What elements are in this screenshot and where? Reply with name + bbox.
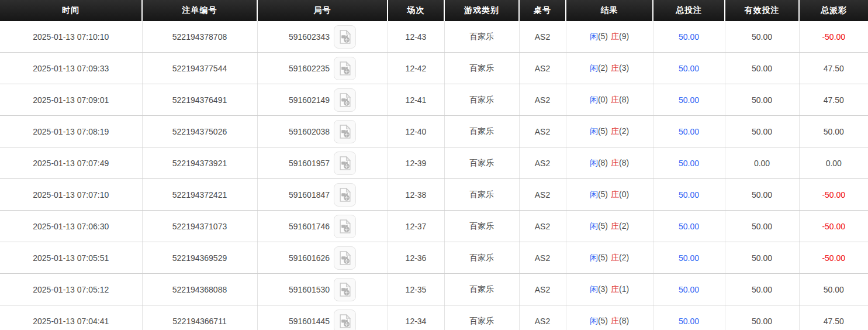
col-header-result: 结果 — [566, 0, 653, 21]
result-banker-label: 庄 — [611, 221, 619, 231]
col-header-round-id: 局号 — [257, 0, 388, 21]
result-banker-score: (2) — [619, 126, 629, 136]
round-id-wrap: 591601445 — [289, 310, 356, 330]
result-player-label: 闲 — [590, 190, 598, 199]
video-replay-button[interactable] — [334, 88, 356, 112]
total-bet-link[interactable]: 50.00 — [679, 95, 699, 105]
video-replay-icon — [339, 188, 351, 202]
cell-result: 闲(5)庄(0) — [566, 179, 653, 211]
result-player-label: 闲 — [590, 126, 598, 136]
result-banker-label: 庄 — [611, 126, 619, 136]
cell-bet-id: 522194369529 — [142, 242, 257, 274]
video-replay-button[interactable] — [334, 57, 356, 80]
round-id-value: 591602038 — [289, 127, 330, 136]
total-bet-link[interactable]: 50.00 — [679, 253, 699, 263]
video-replay-button[interactable] — [334, 183, 356, 207]
result-banker-label: 庄 — [611, 190, 619, 199]
video-replay-icon — [339, 251, 351, 265]
col-header-payout: 总派彩 — [799, 0, 868, 21]
cell-total-bet: 50.00 — [653, 211, 725, 242]
total-bet-link[interactable]: 50.00 — [679, 64, 699, 73]
cell-round-id: 591601626 — [257, 242, 388, 274]
cell-result: 闲(5)庄(2) — [566, 242, 653, 274]
table-row: 2025-01-13 07:09:33 522194377544 5916022… — [0, 53, 868, 84]
result-player-label: 闲 — [590, 253, 598, 262]
video-replay-button[interactable] — [334, 215, 356, 238]
video-replay-button[interactable] — [334, 310, 356, 330]
cell-session: 12-35 — [388, 274, 444, 305]
result-player-label: 闲 — [590, 316, 598, 325]
cell-bet-id: 522194378708 — [142, 21, 257, 53]
cell-game-type: 百家乐 — [444, 179, 519, 211]
total-bet-link[interactable]: 50.00 — [679, 190, 699, 200]
video-replay-button[interactable] — [334, 246, 356, 270]
cell-table-no: AS2 — [519, 84, 566, 116]
cell-table-no: AS2 — [519, 179, 566, 211]
cell-payout: 50.00 — [799, 274, 868, 305]
cell-valid-bet: 50.00 — [725, 21, 799, 53]
result-player-score: (5) — [598, 190, 608, 199]
result-banker-score: (9) — [619, 32, 629, 41]
video-replay-icon — [339, 156, 351, 170]
cell-bet-id: 522194373921 — [142, 147, 257, 179]
cell-time: 2025-01-13 07:10:10 — [0, 21, 142, 53]
video-replay-icon — [339, 125, 351, 139]
col-header-game-type: 游戏类别 — [444, 0, 519, 21]
cell-round-id: 591602235 — [257, 53, 388, 84]
round-id-wrap: 591601847 — [289, 183, 356, 207]
result-banker-score: (3) — [619, 63, 629, 73]
cell-payout: 47.50 — [799, 53, 868, 84]
cell-game-type: 百家乐 — [444, 116, 519, 147]
total-bet-link[interactable]: 50.00 — [679, 285, 699, 294]
cell-game-type: 百家乐 — [444, 53, 519, 84]
cell-game-type: 百家乐 — [444, 274, 519, 305]
round-id-wrap: 591601626 — [289, 246, 356, 270]
result-player-score: (5) — [598, 316, 608, 325]
video-replay-icon — [339, 61, 351, 75]
table-row: 2025-01-13 07:07:10 522194372421 5916018… — [0, 179, 868, 211]
col-header-time: 时间 — [0, 0, 142, 21]
cell-time: 2025-01-13 07:04:41 — [0, 305, 142, 330]
cell-bet-id: 522194375026 — [142, 116, 257, 147]
video-replay-button[interactable] — [334, 25, 356, 49]
round-id-value: 591602343 — [289, 32, 330, 42]
cell-valid-bet: 50.00 — [725, 211, 799, 242]
video-replay-button[interactable] — [334, 278, 356, 301]
cell-session: 12-43 — [388, 21, 444, 53]
cell-game-type: 百家乐 — [444, 84, 519, 116]
cell-session: 12-38 — [388, 179, 444, 211]
col-header-session: 场次 — [388, 0, 444, 21]
col-header-bet-id: 注单编号 — [142, 0, 257, 21]
bet-records-viewport: 时间 注单编号 局号 场次 游戏类别 桌号 结果 总投注 有效投注 总派彩 20… — [0, 0, 868, 330]
result-player-label: 闲 — [590, 221, 598, 231]
video-replay-icon — [339, 30, 351, 44]
result-banker-score: (8) — [619, 158, 629, 167]
video-replay-button[interactable] — [334, 152, 356, 175]
cell-table-no: AS2 — [519, 211, 566, 242]
total-bet-link[interactable]: 50.00 — [679, 159, 699, 168]
round-id-value: 591602235 — [289, 64, 330, 73]
round-id-wrap: 591602235 — [289, 57, 356, 80]
result-player-score: (2) — [598, 63, 608, 73]
total-bet-link[interactable]: 50.00 — [679, 317, 699, 326]
cell-valid-bet: 50.00 — [725, 84, 799, 116]
result-banker-label: 庄 — [611, 253, 619, 262]
cell-bet-id: 522194372421 — [142, 179, 257, 211]
bet-records-table: 时间 注单编号 局号 场次 游戏类别 桌号 结果 总投注 有效投注 总派彩 20… — [0, 0, 868, 330]
cell-bet-id: 522194368088 — [142, 274, 257, 305]
cell-total-bet: 50.00 — [653, 116, 725, 147]
total-bet-link[interactable]: 50.00 — [679, 222, 699, 231]
result-banker-score: (2) — [619, 221, 629, 231]
total-bet-link[interactable]: 50.00 — [679, 32, 699, 42]
total-bet-link[interactable]: 50.00 — [679, 127, 699, 136]
cell-round-id: 591601445 — [257, 305, 388, 330]
round-id-value: 591601957 — [289, 159, 330, 168]
video-replay-icon — [339, 93, 351, 107]
result-player-label: 闲 — [590, 32, 598, 41]
video-replay-button[interactable] — [334, 120, 356, 143]
round-id-value: 591602149 — [289, 95, 330, 105]
cell-bet-id: 522194366711 — [142, 305, 257, 330]
cell-game-type: 百家乐 — [444, 147, 519, 179]
cell-table-no: AS2 — [519, 274, 566, 305]
result-banker-label: 庄 — [611, 316, 619, 325]
